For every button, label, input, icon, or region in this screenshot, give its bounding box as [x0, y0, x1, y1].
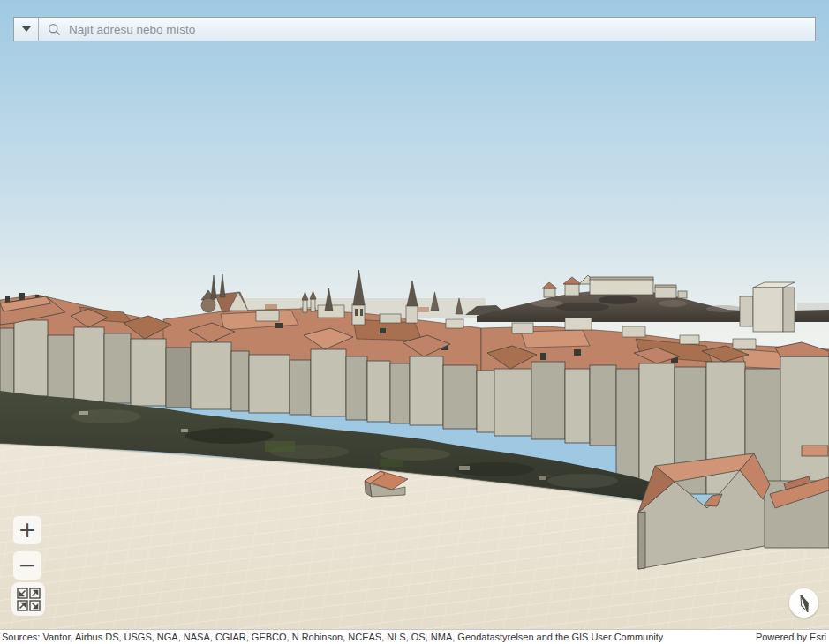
attribution-sources: Sources: Vantor, Airbus DS, USGS, NGA, N… — [0, 632, 663, 642]
search-input[interactable] — [69, 18, 815, 41]
zoom-out-button[interactable]: − — [13, 551, 41, 580]
attribution-bar: Sources: Vantor, Airbus DS, USGS, NGA, N… — [0, 629, 829, 644]
compass-button[interactable] — [789, 588, 818, 618]
map-3d-scene[interactable] — [0, 0, 829, 629]
compass-needle-icon — [793, 592, 816, 615]
powered-by-esri-link[interactable]: Powered by Esri — [756, 632, 829, 642]
search-bar — [13, 17, 816, 41]
chevron-down-icon — [22, 26, 31, 32]
scene-viewer-app: + − Source — [0, 0, 829, 644]
zoom-in-button[interactable]: + — [13, 516, 41, 544]
navigation-toggle-button[interactable] — [11, 582, 45, 616]
zoom-controls: + − — [13, 516, 41, 580]
search-icon — [39, 18, 69, 41]
search-dropdown-button[interactable] — [14, 18, 39, 41]
quad-arrows-icon — [17, 588, 41, 611]
